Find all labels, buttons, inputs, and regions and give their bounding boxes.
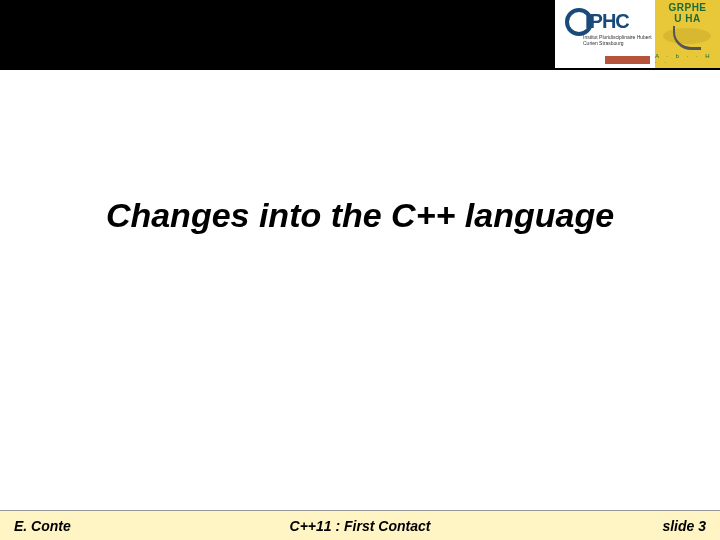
slide-body: Changes into the C++ language [0,70,720,540]
grphe-line1: GRPHE [668,2,706,13]
footer-author: E. Conte [14,518,71,534]
grphe-stroke-icon [673,26,701,50]
logo-group: IPHC Institut Pluridisciplinaire Hubert … [555,0,720,67]
slide-title: Changes into the C++ language [106,196,614,235]
iphc-bar-icon [605,56,650,64]
grphe-logo: GRPHE U HA A · b · · H · · [655,0,720,68]
iphc-logo: IPHC Institut Pluridisciplinaire Hubert … [555,0,655,68]
footer-center: C++11 : First Contact [290,518,431,534]
footer-slide-number: slide 3 [662,518,706,534]
iphc-logo-subtitle: Institut Pluridisciplinaire Hubert Curie… [583,35,655,46]
slide-footer: E. Conte C++11 : First Contact slide 3 [0,510,720,540]
grphe-dots: A · b · · H · · [655,53,720,65]
slide-header: IPHC Institut Pluridisciplinaire Hubert … [0,0,720,70]
iphc-logo-text: IPHC [585,10,629,33]
slide-container: IPHC Institut Pluridisciplinaire Hubert … [0,0,720,540]
grphe-line2: U HA [674,13,700,24]
